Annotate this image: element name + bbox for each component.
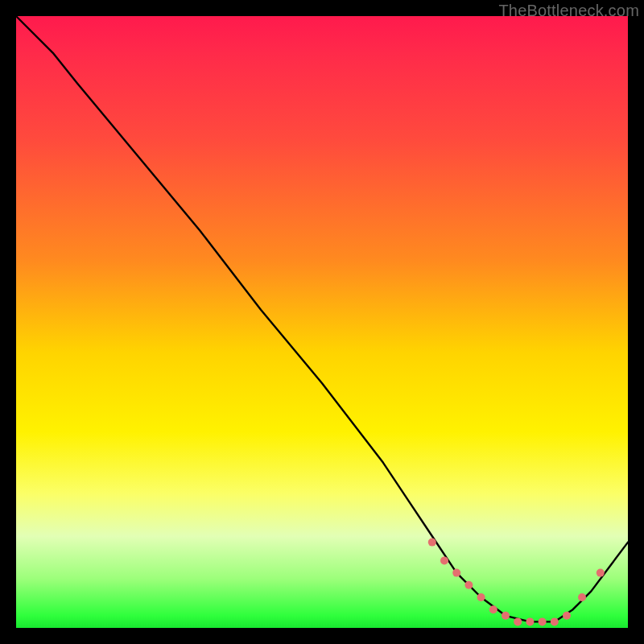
marker-dot xyxy=(578,593,586,601)
curve-layer xyxy=(16,16,628,628)
marker-dot xyxy=(563,612,571,620)
marker-dot xyxy=(539,617,547,625)
marker-dot xyxy=(526,617,534,625)
marker-dot xyxy=(597,569,605,577)
marker-dot xyxy=(452,569,460,577)
bottleneck-curve xyxy=(16,16,628,621)
marker-dot xyxy=(551,617,559,625)
marker-dots xyxy=(428,539,605,626)
marker-dot xyxy=(489,605,497,613)
marker-dot xyxy=(428,539,436,547)
chart-frame: TheBottleneck.com xyxy=(0,0,644,644)
marker-dot xyxy=(440,556,448,564)
marker-dot xyxy=(514,617,522,625)
marker-dot xyxy=(502,612,510,620)
gradient-plot-area xyxy=(16,16,628,628)
marker-dot xyxy=(464,581,473,589)
watermark-text: TheBottleneck.com xyxy=(498,2,639,20)
marker-dot xyxy=(477,593,485,601)
